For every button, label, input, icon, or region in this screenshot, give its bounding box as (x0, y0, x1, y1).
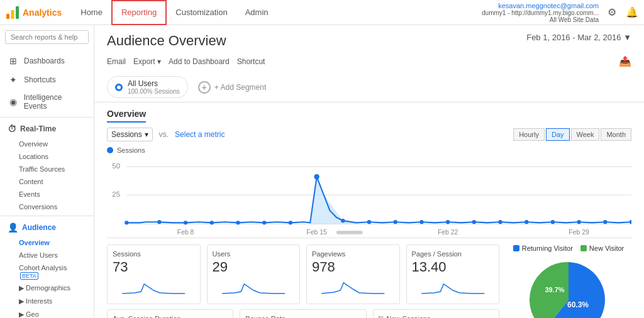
svg-marker-12 (291, 177, 356, 224)
sidebar-sub-audience-overview[interactable]: Overview (0, 236, 94, 249)
shortcut-link[interactable]: Shortcut (237, 57, 265, 66)
svg-text:Feb 15: Feb 15 (306, 228, 327, 235)
content-header: Audience Overview Feb 1, 2016 - Mar 2, 2… (94, 25, 644, 53)
search-input[interactable] (5, 30, 89, 44)
overview-title: Overview (107, 109, 146, 123)
svg-point-19 (289, 221, 292, 224)
sidebar-sub-geo[interactable]: ▶ Geo (0, 308, 94, 318)
add-segment-label: + Add Segment (214, 83, 266, 92)
select-metric-link[interactable]: Select a metric (175, 130, 225, 139)
action-bar: Email Export ▾ Add to Dashboard Shortcut… (94, 53, 644, 72)
sidebar-sub-rt-conversions[interactable]: Conversions (0, 200, 94, 213)
nav-reporting[interactable]: Reporting (111, 0, 167, 25)
notifications-icon[interactable]: 🔔 (625, 6, 639, 19)
add-segment-button[interactable]: + + Add Segment (198, 81, 266, 94)
svg-point-14 (157, 220, 161, 224)
sidebar: ⊞ Dashboards ✦ Shortcuts ◉ Intelligence … (0, 25, 94, 318)
pageviews-label: Pageviews (312, 250, 394, 258)
sessions-legend-label: Sessions (117, 146, 145, 154)
beta-badge: BETA (20, 272, 38, 280)
users-value: 29 (213, 259, 295, 275)
sidebar-sub-rt-overview[interactable]: Overview (0, 138, 94, 150)
sessions-legend-dot (107, 147, 113, 153)
chart-container: Sessions 50 25 Feb 8 Feb 15 Feb 2 (107, 146, 631, 238)
realtime-icon: ⏱ (8, 124, 16, 134)
sidebar-item-intelligence[interactable]: ◉ Intelligence Events (0, 89, 94, 114)
top-navigation: Analytics Home Reporting Customization A… (0, 0, 644, 25)
stat-sessions: Sessions 73 (107, 244, 201, 304)
sidebar-divider-1 (0, 117, 94, 118)
svg-rect-0 (6, 14, 9, 19)
sidebar-item-audience[interactable]: 👤 Audience (0, 219, 94, 236)
bounce-rate-label: Bounce Rate (245, 315, 360, 318)
svg-point-32 (630, 220, 631, 224)
sidebar-realtime-label: Real-Time (20, 124, 56, 133)
svg-text:Feb 29: Feb 29 (569, 228, 589, 235)
share-icon[interactable]: 📤 (619, 55, 631, 67)
user-info[interactable]: kesavan.meggnotec@gmail.com dummy1 - htt… (482, 2, 599, 23)
time-btn-week[interactable]: Week (571, 128, 600, 141)
sidebar-sub-active-users[interactable]: Active Users (0, 249, 94, 261)
sidebar-item-shortcuts[interactable]: ✦ Shortcuts (0, 70, 94, 89)
sidebar-sub-rt-events[interactable]: Events (0, 188, 94, 200)
metrics-controls: Sessions ▾ vs. Select a metric Hourly Da… (107, 128, 631, 141)
settings-icon[interactable]: ⚙ (605, 6, 619, 19)
sidebar-sub-cohort[interactable]: Cohort Analysis BETA (0, 261, 94, 282)
time-btn-day[interactable]: Day (546, 128, 570, 141)
pages-session-sparkline (412, 278, 494, 297)
new-legend-label: New Visitor (589, 244, 624, 252)
top-nav-right: kesavan.meggnotec@gmail.com dummy1 - htt… (482, 2, 639, 23)
sidebar-item-dashboards[interactable]: ⊞ Dashboards (0, 52, 94, 70)
segment-sublabel: 100.00% Sessions (128, 88, 180, 95)
users-label: Users (213, 250, 295, 258)
sidebar-shortcuts-label: Shortcuts (24, 75, 56, 84)
date-range-picker[interactable]: Feb 1, 2016 - Mar 2, 2016 ▼ (526, 33, 631, 42)
chart-svg: 50 25 Feb 8 Feb 15 Feb 22 Feb 29 (107, 156, 631, 238)
sidebar-sub-rt-traffic[interactable]: Traffic Sources (0, 163, 94, 175)
stats-and-pie: Sessions 73 Users 29 (107, 244, 631, 318)
user-view: All Web Site Data (482, 16, 599, 23)
add-dashboard-link[interactable]: Add to Dashboard (169, 57, 230, 66)
svg-text:50: 50 (112, 162, 120, 170)
overview-section: Overview Sessions ▾ vs. Select a metric … (94, 102, 644, 318)
nav-admin[interactable]: Admin (236, 0, 277, 25)
svg-point-26 (472, 220, 476, 224)
nav-customization[interactable]: Customization (167, 0, 236, 25)
svg-point-22 (367, 220, 371, 224)
pageviews-value: 978 (312, 259, 394, 275)
sidebar-sub-rt-locations[interactable]: Locations (0, 150, 94, 163)
svg-point-27 (498, 220, 502, 224)
dashboards-icon: ⊞ (8, 55, 19, 67)
stat-avg-duration: Avg. Session Duration 00:20:16 (107, 309, 233, 318)
svg-text:60.3%: 60.3% (567, 300, 589, 309)
svg-point-15 (184, 221, 187, 224)
svg-text:25: 25 (112, 190, 120, 198)
stat-new-sessions: % New Sessions 39.73% (373, 309, 499, 318)
nav-home[interactable]: Home (72, 0, 111, 25)
main-chart: 50 25 Feb 8 Feb 15 Feb 22 Feb 29 (107, 156, 631, 238)
new-legend-dot (580, 245, 587, 251)
pages-session-value: 13.40 (412, 259, 494, 275)
intelligence-icon: ◉ (8, 96, 19, 107)
sidebar-search-container (0, 25, 94, 49)
svg-text:Feb 22: Feb 22 (438, 228, 458, 235)
svg-point-29 (551, 220, 555, 224)
legend-returning: Returning Visitor (513, 244, 573, 252)
sidebar-sub-demographics[interactable]: ▶ Demographics (0, 282, 94, 295)
sidebar-item-realtime[interactable]: ⏱ Real-Time (0, 120, 94, 138)
sidebar-sub-rt-content[interactable]: Content (0, 175, 94, 188)
time-btn-hourly[interactable]: Hourly (513, 128, 545, 141)
all-users-segment[interactable]: All Users 100.00% Sessions (107, 76, 188, 98)
time-btn-month[interactable]: Month (601, 128, 631, 141)
email-link[interactable]: Email (107, 57, 126, 66)
vs-text: vs. (159, 130, 169, 139)
svg-point-30 (577, 220, 580, 224)
stats-row-2: Avg. Session Duration 00:20:16 Bounce Ra… (107, 309, 499, 318)
svg-point-31 (603, 220, 607, 224)
export-link[interactable]: Export ▾ (133, 57, 161, 66)
pie-chart-svg: 60.3% 39.7% (518, 256, 619, 318)
sidebar-sub-interests[interactable]: ▶ Interests (0, 295, 94, 308)
sessions-dropdown[interactable]: Sessions ▾ (107, 128, 153, 141)
legend-new: New Visitor (580, 244, 624, 252)
users-sparkline (213, 278, 295, 297)
